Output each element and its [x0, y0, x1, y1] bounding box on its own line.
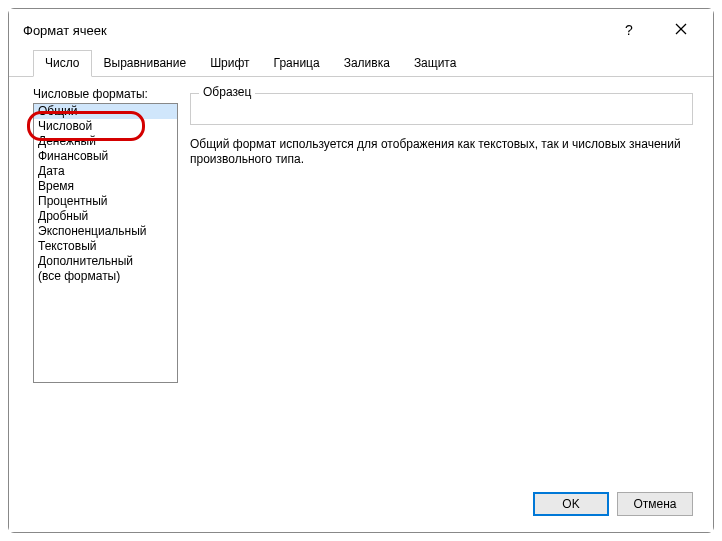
description-column: Образец Общий формат используется для от…: [190, 87, 693, 478]
format-cells-dialog: Формат ячеек ? Число Выравнивание Шрифт …: [9, 9, 713, 532]
list-item[interactable]: Денежный: [34, 134, 177, 149]
sample-groupbox: Образец: [190, 93, 693, 125]
cancel-button[interactable]: Отмена: [617, 492, 693, 516]
formats-label: Числовые форматы:: [33, 87, 178, 101]
tab-border[interactable]: Граница: [262, 50, 332, 77]
list-item[interactable]: Дробный: [34, 209, 177, 224]
tab-protection[interactable]: Защита: [402, 50, 469, 77]
close-button[interactable]: [667, 22, 695, 38]
list-item[interactable]: Процентный: [34, 194, 177, 209]
tab-fill[interactable]: Заливка: [332, 50, 402, 77]
titlebar-controls: ?: [615, 22, 703, 38]
ok-button[interactable]: OK: [533, 492, 609, 516]
titlebar: Формат ячеек ?: [9, 9, 713, 47]
list-item[interactable]: (все форматы): [34, 269, 177, 284]
format-description: Общий формат используется для отображени…: [190, 137, 693, 167]
tab-font[interactable]: Шрифт: [198, 50, 261, 77]
list-item[interactable]: Время: [34, 179, 177, 194]
list-item[interactable]: Текстовый: [34, 239, 177, 254]
dialog-title: Формат ячеек: [23, 23, 107, 38]
tabbar: Число Выравнивание Шрифт Граница Заливка…: [9, 47, 713, 77]
help-button[interactable]: ?: [615, 22, 643, 38]
list-item[interactable]: Экспоненциальный: [34, 224, 177, 239]
tab-number[interactable]: Число: [33, 50, 92, 77]
list-item[interactable]: Дата: [34, 164, 177, 179]
tab-content: Числовые форматы: Общий Числовой Денежны…: [9, 77, 713, 482]
formats-column: Числовые форматы: Общий Числовой Денежны…: [33, 87, 178, 478]
tab-alignment[interactable]: Выравнивание: [92, 50, 199, 77]
dialog-footer: OK Отмена: [9, 482, 713, 532]
list-item[interactable]: Общий: [34, 104, 177, 119]
list-item[interactable]: Финансовый: [34, 149, 177, 164]
formats-listbox[interactable]: Общий Числовой Денежный Финансовый Дата …: [33, 103, 178, 383]
close-icon: [675, 23, 687, 35]
sample-label: Образец: [199, 85, 255, 99]
list-item[interactable]: Числовой: [34, 119, 177, 134]
list-item[interactable]: Дополнительный: [34, 254, 177, 269]
